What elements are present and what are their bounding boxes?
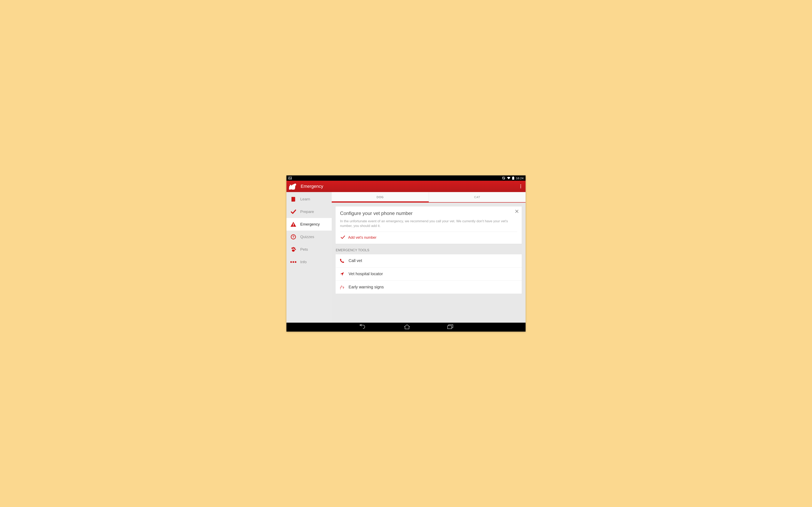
page-title: Emergency <box>301 184 323 189</box>
sidebar: Learn Prepare Emergency ? Quizzes <box>287 192 332 323</box>
svg-point-23 <box>340 288 341 289</box>
tab-dog[interactable]: DOG <box>332 192 428 202</box>
svg-point-12 <box>292 247 293 249</box>
emergency-tools-list: Call vet Vet hospital locator ? ? <box>335 254 522 294</box>
tab-label: CAT <box>474 195 480 199</box>
question-circle-icon: ? <box>290 234 297 240</box>
svg-rect-24 <box>340 287 341 288</box>
clock-time: 16:24 <box>516 176 523 180</box>
svg-text:?: ? <box>341 285 342 288</box>
sidebar-item-info[interactable]: Info <box>287 256 332 268</box>
tab-cat[interactable]: CAT <box>429 192 525 202</box>
android-status-bar: 16:24 <box>287 175 525 181</box>
check-icon <box>290 209 297 215</box>
sidebar-item-label: Pets <box>300 247 308 252</box>
configure-vet-card: Configure your vet phone number In the u… <box>335 206 522 244</box>
pet-type-tabs: DOG CAT <box>332 192 525 203</box>
emergency-tools-header: Emergency Tools <box>336 248 521 252</box>
vibrate-silent-icon <box>502 176 505 180</box>
check-icon <box>341 235 345 240</box>
warning-triangle-icon <box>290 221 297 227</box>
svg-point-17 <box>293 261 294 263</box>
app-logo-pets-icon <box>289 182 297 191</box>
sidebar-item-label: Info <box>300 260 307 264</box>
sidebar-item-pets[interactable]: Pets <box>287 243 332 256</box>
content-pane: DOG CAT Configure your vet phone number … <box>332 192 525 323</box>
sidebar-item-label: Quizzes <box>300 235 314 239</box>
close-card-button[interactable] <box>515 209 519 214</box>
close-icon <box>515 209 519 213</box>
svg-rect-8 <box>293 223 294 225</box>
nav-back-button[interactable] <box>358 324 367 330</box>
location-arrow-icon <box>339 272 345 276</box>
sidebar-item-label: Emergency <box>300 222 320 227</box>
svg-rect-7 <box>292 197 292 202</box>
tool-early-warning[interactable]: ? ? Early warning signs <box>336 281 522 294</box>
svg-text:?: ? <box>292 235 294 239</box>
dots-horizontal-icon <box>290 261 297 263</box>
nav-home-button[interactable] <box>404 324 410 330</box>
sidebar-item-emergency[interactable]: Emergency <box>287 218 332 231</box>
svg-rect-6 <box>512 177 514 180</box>
warning-signs-icon: ? ? <box>339 285 345 290</box>
overflow-menu-button[interactable] <box>519 184 523 189</box>
sidebar-item-quizzes[interactable]: ? Quizzes <box>287 231 332 243</box>
sidebar-item-prepare[interactable]: Prepare <box>287 206 332 218</box>
card-body-text: In the unfortunate event of an emergency… <box>340 219 517 232</box>
svg-point-18 <box>295 261 296 263</box>
android-nav-bar <box>287 323 525 332</box>
svg-point-15 <box>295 249 296 250</box>
sidebar-item-label: Learn <box>300 197 310 202</box>
content-scroll[interactable]: Configure your vet phone number In the u… <box>332 203 525 323</box>
nav-recent-apps-button[interactable] <box>447 324 454 330</box>
svg-point-16 <box>290 261 292 263</box>
tool-label: Call vet <box>349 259 362 263</box>
app-action-bar: Emergency <box>287 181 525 192</box>
paw-icon <box>290 246 297 252</box>
svg-rect-5 <box>513 176 514 177</box>
tool-label: Early warning signs <box>349 285 384 289</box>
svg-point-14 <box>294 247 295 249</box>
tool-hospital-locator[interactable]: Vet hospital locator <box>336 268 522 281</box>
tool-label: Vet hospital locator <box>349 272 383 276</box>
action-label: Add vet's number <box>348 235 376 240</box>
add-vet-number-button[interactable]: Add vet's number <box>340 232 517 244</box>
book-icon <box>290 196 297 202</box>
sidebar-item-learn[interactable]: Learn <box>287 193 332 206</box>
svg-point-13 <box>293 247 294 248</box>
app-body: Learn Prepare Emergency ? Quizzes <box>287 192 525 323</box>
sidebar-item-label: Prepare <box>300 210 314 214</box>
svg-rect-9 <box>293 226 294 226</box>
tablet-frame: 16:24 Emergency <box>287 175 525 332</box>
svg-text:?: ? <box>343 286 344 289</box>
phone-icon <box>339 259 345 263</box>
card-title: Configure your vet phone number <box>340 211 517 216</box>
image-notification-icon <box>289 177 292 179</box>
svg-rect-25 <box>448 326 452 329</box>
tool-call-vet[interactable]: Call vet <box>336 254 522 268</box>
wifi-icon <box>507 177 511 179</box>
battery-icon <box>512 176 514 180</box>
tab-label: DOG <box>376 195 384 199</box>
